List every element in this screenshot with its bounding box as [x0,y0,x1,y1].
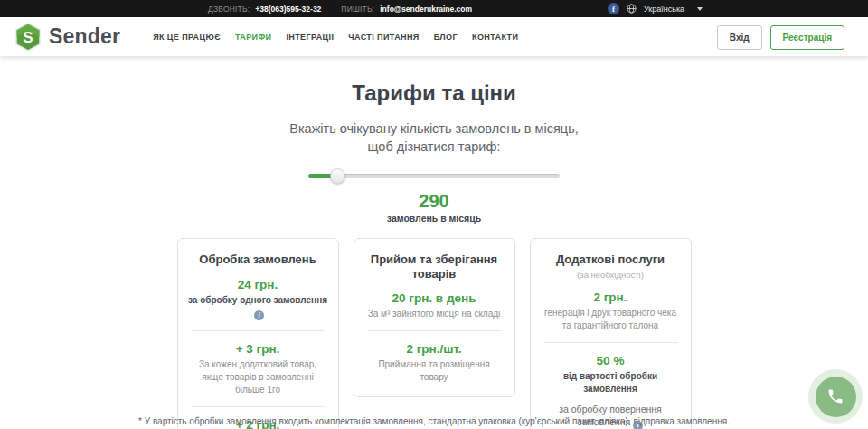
svg-text:S: S [23,29,33,46]
card-storage: Прийом та зберігання товарів 20 грн. в д… [354,238,515,397]
price: 20 грн. в день [364,291,505,305]
globe-icon [627,4,637,14]
register-button[interactable]: Реєстрація [770,25,844,50]
phone-icon [826,387,844,405]
price-description: Приймання та розміщення товару [364,358,505,384]
nav-item-integrations[interactable]: ІНТЕГРАЦІЇ [286,33,334,42]
header: S Sender ЯК ЦЕ ПРАЦЮЄ ТАРИФИ ІНТЕГРАЦІЇ … [0,17,868,56]
price-description: генерація і друк товарного чека та гаран… [541,307,681,332]
language-selector[interactable]: Українська [644,5,703,14]
orders-value: 290 [0,191,868,212]
topbar-contacts: ДЗВОНІТЬ: +38(063)595-32-32 ПИШІТЬ: info… [208,0,472,17]
chevron-down-icon [697,7,703,11]
slider-track[interactable] [308,174,560,178]
language-label: Українська [644,5,684,14]
call-widget-inner [816,377,856,417]
topbar-right: f Українська [608,0,703,17]
facebook-icon[interactable]: f [608,3,619,14]
email-link[interactable]: info@senderukraine.com [380,5,472,14]
price: 50 % [541,354,681,367]
info-icon[interactable]: i [254,310,264,320]
page-title: Тарифи та ціни [0,81,868,106]
call-label: ДЗВОНІТЬ: [208,5,250,14]
phone-link[interactable]: +38(063)595-32-32 [255,5,321,14]
call-widget-button[interactable] [808,369,863,424]
write-label: ПИШІТЬ: [341,5,374,14]
price-description: За м³ зайнятого місця на складі [364,308,505,320]
price-description: від вартості обробки замовлення [541,370,681,396]
nav-item-contacts[interactable]: КОНТАКТИ [472,33,518,42]
card-title: Додаткові послуги [541,253,681,267]
login-button[interactable]: Вхід [717,25,762,50]
logo[interactable]: S Sender [14,23,120,52]
slider-handle[interactable] [330,168,345,184]
slider-prompt-line2: щоб дізнатися тариф: [0,138,868,157]
sender-logo-icon: S [14,23,42,52]
price: + 3 грн. [188,342,328,356]
price-description: За кожен додатковий товар, якщо товарів … [188,358,328,396]
topbar: ДЗВОНІТЬ: +38(063)595-32-32 ПИШІТЬ: info… [0,0,868,17]
card-subtitle: (за необхідності) [541,270,681,280]
card-additional-services: Додаткові послуги (за необхідності) 2 гр… [530,238,692,429]
price-description-text: за обробку одного замовлення [188,295,327,305]
divider [367,330,502,331]
card-title: Прийом та зберігання товарів [364,253,505,281]
card-order-processing: Обробка замовлень 24 грн. за обробку одн… [177,238,339,429]
nav-item-tariffs[interactable]: ТАРИФИ [235,33,271,42]
divider [191,330,326,331]
slider-prompt-line1: Вкажіть очікувану кількість замовлень в … [0,120,868,138]
page: ДЗВОНІТЬ: +38(063)595-32-32 ПИШІТЬ: info… [0,0,868,429]
pricing-cards: Обробка замовлень 24 грн. за обробку одн… [0,238,868,429]
price: 2 грн. [541,291,681,304]
price: 2 грн./шт. [364,342,505,356]
nav-item-blog[interactable]: БЛОГ [434,33,458,42]
nav-item-faq[interactable]: ЧАСТІ ПИТАННЯ [348,33,419,42]
orders-unit: замовлень в місяць [0,213,868,224]
main-nav: ЯК ЦЕ ПРАЦЮЄ ТАРИФИ ІНТЕГРАЦІЇ ЧАСТІ ПИТ… [153,33,518,42]
slider-prompt: Вкажіть очікувану кількість замовлень в … [0,120,868,156]
header-buttons: Вхід Реєстрація [717,25,844,50]
card-title: Обробка замовлень [188,253,328,267]
nav-item-how-it-works[interactable]: ЯК ЦЕ ПРАЦЮЄ [153,33,221,42]
divider [543,342,678,343]
orders-slider[interactable] [308,168,560,185]
pricing-footnote: * У вартість обробки замовлення входить … [0,416,868,426]
price: 24 грн. [188,278,328,291]
divider [191,406,326,407]
price-description: за обробку одного замовленняi [188,294,328,320]
brand-name: Sender [49,24,120,49]
